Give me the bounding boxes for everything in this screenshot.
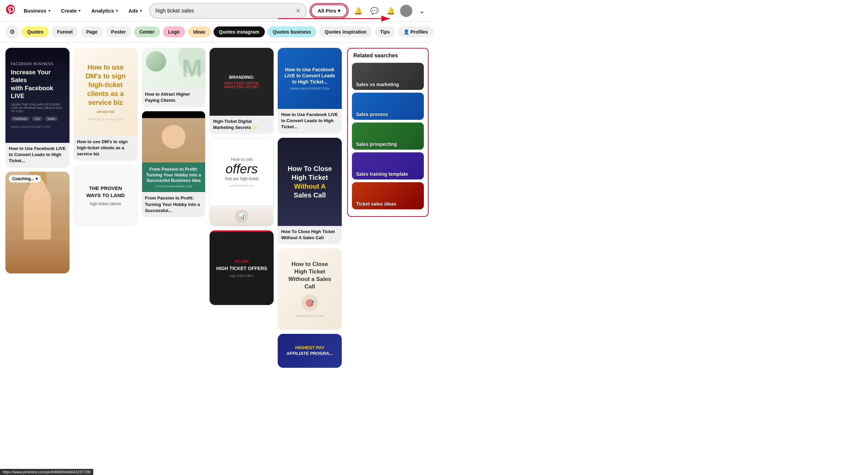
- pin-card-selling[interactable]: SELLING High Ticket OfFeRS High Ticket O…: [210, 230, 274, 305]
- pin-title-fb-live2: How to Use Facebook LIVE to Convert Lead…: [278, 109, 342, 134]
- pin-card-offers[interactable]: How to sell offers that are high-ticket …: [210, 138, 274, 226]
- pin-card-attract[interactable]: M How to Attract Higher Paying Clients: [142, 48, 206, 107]
- pinterest-logo[interactable]: [5, 4, 16, 17]
- pins-column-2: How to use DM's to sign high-ticket clie…: [74, 48, 138, 368]
- bell-icon-button[interactable]: 🔔: [351, 4, 365, 18]
- nav-create[interactable]: Create ▾: [58, 5, 84, 16]
- pin-image-attract: M: [142, 48, 206, 89]
- pin-title-attract: How to Attract Higher Paying Clients: [142, 89, 206, 107]
- offers-icon: 📊: [235, 209, 249, 223]
- pin-card-affiliate[interactable]: HIGHEST PAYAFFILIATE PROGRA...: [278, 334, 342, 368]
- pill-ideas[interactable]: Ideas: [188, 26, 211, 37]
- nav-analytics[interactable]: Analytics ▾: [88, 5, 121, 16]
- close-no-call-icon: 🎯: [301, 294, 318, 311]
- related-item-ticket-ideas[interactable]: Ticket sales ideas: [352, 182, 424, 209]
- face-circle: [162, 125, 185, 149]
- passion-face: From Passion to Profit: Turning Your Hob…: [142, 118, 205, 192]
- all-pins-wrapper: All Pins ▾: [311, 4, 347, 17]
- nav-ads[interactable]: Ads ▾: [125, 5, 145, 16]
- coaching-badge-chevron: ▾: [36, 176, 38, 181]
- pill-center[interactable]: Center: [134, 26, 160, 37]
- pill-profiles[interactable]: 👤 Profiles: [398, 26, 433, 37]
- dms-heading: How to use DM's to sign high-ticket clie…: [82, 63, 130, 107]
- pin-image-selling: SELLING High Ticket OfFeRS High Ticket O…: [210, 230, 274, 305]
- related-item-sales-process[interactable]: Sales process: [352, 93, 424, 120]
- nav-business[interactable]: Business ▾: [20, 5, 54, 16]
- pins-column-1: Facebook Business Increase Your Saleswit…: [5, 48, 70, 368]
- branding-red: HIGH-TICKET DIGITAL MARKETING SECRET: [215, 81, 268, 89]
- selling-heading: High Ticket OfFeRS: [216, 265, 267, 272]
- create-chevron: ▾: [79, 9, 80, 13]
- search-input[interactable]: [155, 8, 293, 14]
- pin-card-coaching[interactable]: Coaching... ▾ Save: [5, 172, 70, 273]
- all-pins-chevron: ▾: [338, 8, 340, 14]
- offers-diagram: 📊: [210, 206, 274, 226]
- pin-card-dms[interactable]: How to use DM's to sign high-ticket clie…: [74, 48, 138, 161]
- pin-card-facebook-live[interactable]: Facebook Business Increase Your Saleswit…: [5, 48, 70, 168]
- avatar[interactable]: [400, 5, 412, 17]
- proven-sub: high-ticket clients: [90, 202, 121, 206]
- related-label-template: Sales training template: [352, 169, 412, 179]
- pill-quotes-instagram[interactable]: Quotes instagram: [214, 26, 265, 37]
- pill-tips[interactable]: Tips: [375, 26, 395, 37]
- related-item-sales-training[interactable]: Sales training template: [352, 152, 424, 179]
- pill-quotes-inspiration[interactable]: Quotes inspiration: [319, 26, 372, 37]
- pill-page[interactable]: Page: [81, 26, 103, 37]
- pins-column-5: How to Use Facebook LIVE to Convert Lead…: [278, 48, 342, 368]
- notifications-icon-button[interactable]: 🔔: [384, 4, 397, 18]
- pin-title-dms: How to use DM's to sign high-ticket clie…: [74, 136, 138, 161]
- pin-card-close-ticket[interactable]: How To Close High Ticket Without A Sales…: [278, 138, 342, 244]
- attract-circle: [146, 51, 166, 72]
- pin-card-proven-ways[interactable]: THE PROVENWAYS TO LAND high-ticket clien…: [74, 165, 138, 226]
- pin-image-close-no-call: How to Close High Ticket Without a Sales…: [278, 248, 342, 330]
- pin-image-offers: How to sell offers that are high-ticket …: [210, 138, 274, 206]
- fb-live2-heading: How to Use Facebook LIVE to Convert Lead…: [283, 66, 336, 85]
- attract-letter: M: [182, 54, 202, 82]
- pin-card-close-no-call[interactable]: How to Close High Ticket Without a Sales…: [278, 248, 342, 330]
- related-item-sales-prospecting[interactable]: Sales prospecting: [352, 122, 424, 150]
- pin-image-fb-live2: How to Use Facebook LIVE to Convert Lead…: [278, 48, 342, 109]
- pill-funnel[interactable]: Funnel: [52, 26, 78, 37]
- close-no-call-site: JENNGCALIA.COM: [296, 314, 323, 318]
- facebook-live-url: WWW.ASHLEYENGET.COM: [11, 125, 64, 129]
- close-no-call-heading: How to Close High Ticket Without a Sales…: [284, 261, 335, 290]
- related-title: Related searches: [352, 53, 424, 59]
- offers-site: madisontinder.com: [229, 184, 255, 187]
- pill-quotes[interactable]: Quotes: [22, 26, 49, 37]
- filter-bar: ⚙ Quotes Funnel Page Poster Center Logo …: [0, 22, 434, 42]
- header-icons: 🔔 💬 🔔 ⌄: [351, 4, 429, 18]
- pill-quotes-business[interactable]: Quotes business: [268, 26, 317, 37]
- pin-title-close-ticket: How To Close High Ticket Without A Sales…: [278, 226, 342, 244]
- pin-title-facebook-live: How to Use Facebook LIVE to Convert Lead…: [5, 143, 70, 168]
- pin-image-close-ticket: How To Close High Ticket Without A Sales…: [278, 138, 342, 226]
- selling-offers-sub: High Ticket Offers: [230, 274, 254, 278]
- main-content: Facebook Business Increase Your Saleswit…: [0, 42, 434, 373]
- all-pins-button[interactable]: All Pins ▾: [311, 4, 347, 17]
- search-bar: ✕: [149, 3, 307, 19]
- filter-icon-button[interactable]: ⚙: [5, 25, 19, 39]
- pins-area: Facebook Business Increase Your Saleswit…: [5, 48, 342, 368]
- business-chevron: ▾: [48, 9, 50, 13]
- pin-card-passion[interactable]: From Passion to Profit: Turning Your Hob…: [142, 111, 206, 217]
- fb-live2-url: WWW.ASHLEYENGET.COM: [290, 87, 330, 90]
- facebook-live-sublabel: LEARN THE 3 PILLARS OF EVERY LIVE SO PEO…: [11, 103, 64, 113]
- affiliate-heading: HIGHEST PAYAFFILIATE PROGRA...: [287, 345, 333, 357]
- profiles-person-icon: 👤: [403, 29, 409, 35]
- pin-card-branding[interactable]: BRANDING: HIGH-TICKET DIGITAL MARKETING …: [210, 48, 274, 134]
- message-icon-button[interactable]: 💬: [368, 4, 381, 18]
- related-label-process: Sales process: [352, 109, 392, 120]
- facebook-live-pills: Facebook Live Sales: [11, 116, 64, 121]
- search-clear-icon[interactable]: ✕: [296, 7, 301, 15]
- proven-heading: THE PROVENWAYS TO LAND: [86, 185, 125, 199]
- pin-card-fb-live2[interactable]: How to Use Facebook LIVE to Convert Lead…: [278, 48, 342, 134]
- related-label-prospecting: Sales prospecting: [352, 139, 401, 150]
- related-label-ticket-ideas: Ticket sales ideas: [352, 198, 400, 209]
- dms-sub: service biz: [97, 110, 114, 114]
- pill-poster[interactable]: Poster: [106, 26, 132, 37]
- expand-icon-button[interactable]: ⌄: [415, 4, 429, 18]
- pill-logo[interactable]: Logo: [163, 26, 185, 37]
- related-item-sales-vs-marketing[interactable]: Sales vs marketing: [352, 63, 424, 90]
- pin-title-passion: From Passion to Profit: Turning Your Hob…: [142, 192, 206, 217]
- pin-image-branding: BRANDING: HIGH-TICKET DIGITAL MARKETING …: [210, 48, 274, 116]
- passion-url: HTTPS://ILEANHARRIS.COM: [146, 185, 201, 188]
